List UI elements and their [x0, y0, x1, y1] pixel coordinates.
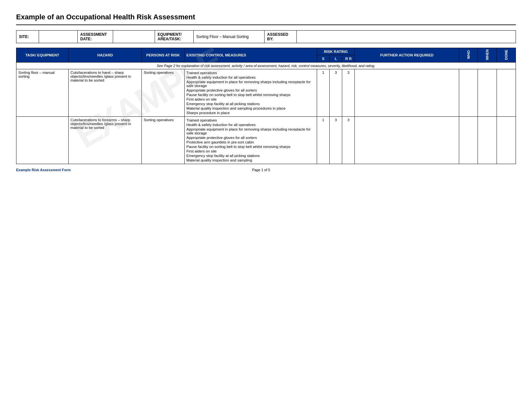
- persons-cell: Sorting operatives: [142, 116, 184, 164]
- persons-cell: Sorting operatives: [142, 69, 184, 116]
- site-value: [39, 31, 78, 43]
- footer-center: Page 1 of 5: [252, 168, 270, 172]
- assessed-label: ASSESSED BY:: [265, 31, 297, 43]
- assessment-value: [113, 31, 155, 43]
- col-r-header: R R: [342, 55, 355, 62]
- site-label: SITE:: [16, 31, 39, 43]
- further-cell: [355, 116, 459, 164]
- task-cell: [16, 116, 69, 164]
- who-cell: [459, 69, 478, 116]
- assessment-label: ASSESSMENT DATE:: [78, 31, 113, 43]
- s-cell: 1: [317, 116, 329, 164]
- col-s-header: S: [317, 55, 329, 62]
- footer: Example Risk Assessment Form Page 1 of 5: [16, 168, 516, 172]
- footer-left: Example Risk Assessment Form: [16, 168, 71, 172]
- col-persons-header: PERSONS AT RISK: [142, 48, 184, 63]
- controls-cell: Trained operativesHealth & safety induct…: [184, 69, 317, 116]
- col-hazard-header: HAZARD: [68, 48, 142, 63]
- r-cell: 3: [342, 69, 355, 116]
- table-row: Cuts/lacerations to forearms – sharp obj…: [16, 116, 516, 164]
- col-control-header: EXISITING CONTROL MEASURES: [184, 48, 317, 63]
- hazard-cell: Cuts/lacerations to forearms – sharp obj…: [68, 116, 142, 164]
- col-who-header: WHO: [459, 48, 478, 63]
- when-cell: [478, 116, 497, 164]
- header-info-table: SITE: ASSESSMENT DATE: EQUIPMENT/ AREA/T…: [16, 30, 516, 43]
- col-risk-rating-header: RISK RATING: [317, 48, 355, 55]
- controls-cell: Trained operativesHealth & safety induct…: [184, 116, 317, 164]
- equipment-value: Sorting Floor – Manual Sorting: [194, 31, 265, 43]
- col-done-header: DONE: [497, 48, 516, 63]
- further-cell: [355, 69, 459, 116]
- note-row: See Page 2 for explanation of risk asses…: [16, 62, 516, 69]
- done-cell: [497, 116, 516, 164]
- col-l-header: L: [330, 55, 342, 62]
- s-cell: 1: [317, 69, 329, 116]
- who-cell: [459, 116, 478, 164]
- col-task-header: TASK/ EQUIPMENT: [16, 48, 69, 63]
- l-cell: 3: [330, 69, 342, 116]
- assessment-table: TASK/ EQUIPMENT HAZARD PERSONS AT RISK E…: [16, 48, 516, 164]
- col-when-header: WHEN: [478, 48, 497, 63]
- hazard-cell: Cuts/lacerations to hand – sharp objects…: [68, 69, 142, 116]
- equipment-label: EQUIPMENT/ AREA/TASK:: [155, 31, 194, 43]
- assessed-value: [297, 31, 516, 43]
- done-cell: [497, 69, 516, 116]
- table-row: Sorting floor – manual sorting Cuts/lace…: [16, 69, 516, 116]
- when-cell: [478, 69, 497, 116]
- task-cell: Sorting floor – manual sorting: [16, 69, 69, 116]
- col-further-header: FURTHER ACTION REQUIRED: [355, 48, 459, 63]
- page-title: Example of an Occupational Health Risk A…: [16, 13, 516, 21]
- l-cell: 3: [330, 116, 342, 164]
- r-cell: 3: [342, 116, 355, 164]
